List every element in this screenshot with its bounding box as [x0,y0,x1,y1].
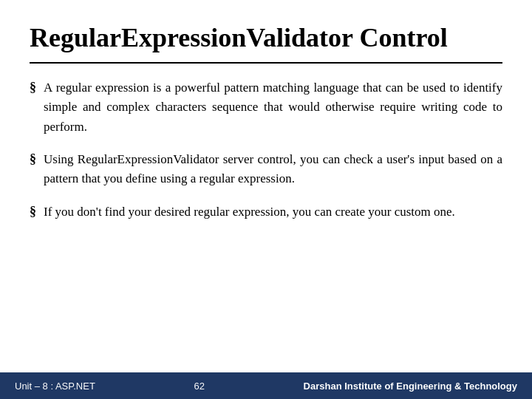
bullet-item-2: § Using RegularExpressionValidator serve… [30,150,502,189]
content-area: § A regular expression is a powerful pat… [30,78,502,399]
bullet-item-3: § If you don't find your desired regular… [30,202,502,222]
footer-unit-label: Unit – 8 : ASP.NET [15,381,95,392]
bullet-symbol-3: § [30,204,36,219]
bullet-text-2: Using RegularExpressionValidator server … [44,150,502,189]
bullet-symbol-1: § [30,80,36,95]
bullet-text-3: If you don't find your desired regular e… [44,202,455,222]
bullet-symbol-2: § [30,151,36,167]
slide-container: RegularExpressionValidator Control § A r… [0,0,532,399]
footer-institute-name: Darshan Institute of Engineering & Techn… [304,381,517,392]
bullet-text-1: A regular expression is a powerful patte… [44,78,502,137]
slide-title: RegularExpressionValidator Control [30,22,502,64]
footer-bar: Unit – 8 : ASP.NET 62 Darshan Institute … [0,372,532,399]
footer-page-number: 62 [194,381,205,392]
bullet-item-1: § A regular expression is a powerful pat… [30,78,502,137]
